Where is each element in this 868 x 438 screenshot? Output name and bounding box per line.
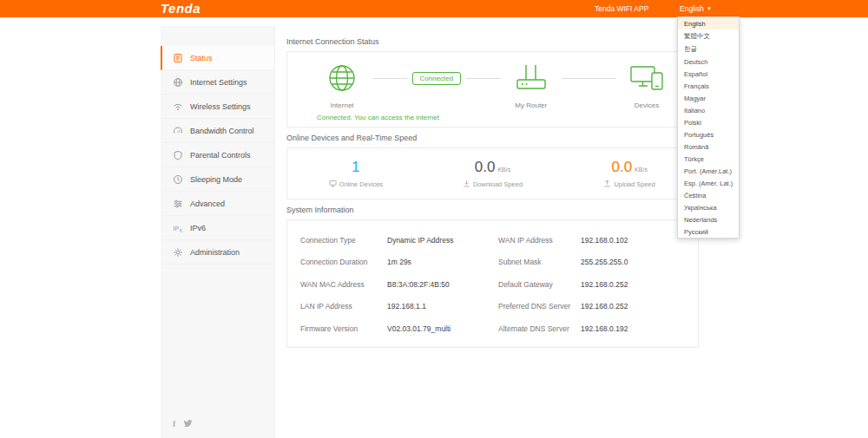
sidebar-item-sleeping-mode[interactable]: Sleeping Mode (161, 167, 274, 192)
info-label: Preferred DNS Server (498, 302, 581, 311)
language-option[interactable]: Magyar (678, 92, 739, 104)
app-container: Status Internet Settings Wireless Settin… (161, 17, 709, 438)
svg-text:6: 6 (180, 227, 182, 232)
download-speed-label-row: Download Speed (463, 180, 523, 189)
globe-icon (326, 62, 358, 97)
language-option[interactable]: English (678, 17, 739, 29)
connected-badge: Connected (412, 72, 462, 85)
sidebar-item-label: Administration (190, 248, 240, 257)
system-info-row: Connection Duration 1m 29s Subnet Mask 2… (300, 252, 685, 274)
connection-message: Connected. You can access the internet (317, 114, 672, 121)
online-devices-count: 1 (352, 159, 359, 176)
twitter-icon[interactable] (183, 415, 193, 431)
sidebar-item-label: Sleeping Mode (190, 175, 242, 184)
info-label: Connection Type (300, 236, 387, 245)
facebook-icon[interactable]: f (173, 419, 175, 428)
language-option[interactable]: 한글 (678, 42, 739, 56)
info-label: Subnet Mask (498, 258, 581, 266)
language-option[interactable]: 繁體中文 (678, 29, 739, 42)
tenda-wifi-app-link[interactable]: Tenda WIFI APP (595, 4, 648, 13)
language-option[interactable]: Русский (678, 226, 739, 238)
language-option[interactable]: Polski (678, 116, 739, 128)
sidebar-item-internet-settings[interactable]: Internet Settings (161, 70, 274, 95)
language-selector-label: English (680, 4, 704, 13)
sidebar-item-label: Advanced (190, 199, 225, 208)
speed-section-title: Online Devices and Real-Time Speed (286, 134, 699, 142)
sidebar: Status Internet Settings Wireless Settin… (161, 26, 275, 438)
language-option[interactable]: Українська (678, 201, 739, 213)
upload-icon (603, 180, 611, 189)
system-info-title: System Information (286, 206, 699, 214)
connector-line (372, 78, 407, 79)
info-label: Default Gateway (498, 280, 581, 289)
sidebar-item-administration[interactable]: Administration (161, 240, 274, 265)
devices-node: Devices (621, 62, 672, 109)
social-links: f (173, 415, 193, 431)
language-option[interactable]: Esp. (Amér. Lat.) (678, 177, 739, 189)
language-option[interactable]: Nederlands (678, 213, 739, 226)
system-info-row: Connection Type Dynamic IP Address WAN I… (300, 229, 685, 252)
wireless-settings-icon (173, 101, 183, 112)
sidebar-item-label: Bandwidth Control (190, 127, 254, 135)
info-label: Alternate DNS Server (498, 324, 581, 333)
ipv6-icon: IP6 (173, 223, 183, 233)
upload-speed-label-row: Upload Speed (603, 180, 655, 189)
connector-line (466, 78, 501, 79)
monitor-icon (329, 180, 337, 189)
sidebar-item-status[interactable]: Status (161, 46, 274, 70)
sidebar-item-wireless-settings[interactable]: Wireless Settings (161, 95, 274, 119)
upload-speed-value: 0.0KB/s (611, 159, 647, 176)
administration-icon (173, 247, 183, 258)
language-option[interactable]: Română (678, 141, 739, 153)
download-speed-value: 0.0KB/s (475, 159, 510, 176)
sleeping-mode-icon (173, 174, 183, 185)
download-speed-unit: KB/s (497, 167, 510, 173)
sidebar-item-bandwidth-control[interactable]: Bandwidth Control (161, 119, 274, 143)
svg-text:IP: IP (174, 225, 180, 231)
parental-controls-icon (173, 150, 183, 160)
sidebar-item-label: Parental Controls (190, 151, 251, 160)
bandwidth-control-icon (173, 126, 183, 136)
connector-line (562, 78, 616, 79)
sidebar-item-label: Internet Settings (190, 78, 247, 87)
speed-card: 1 Online Devices 0.0KB/s Download Speed (286, 147, 699, 199)
sidebar-item-label: Status (190, 54, 213, 62)
download-speed-stat: 0.0KB/s Download Speed (424, 159, 562, 189)
status-icon (173, 53, 183, 63)
sidebar-item-advanced[interactable]: Advanced (161, 192, 274, 216)
info-value: Dynamic IP Address (387, 236, 498, 245)
info-value: 192.168.0.102 (581, 236, 685, 245)
info-label: LAN IP Address (300, 302, 387, 311)
info-label: Connection Duration (300, 258, 387, 266)
info-label: Firmware Version (300, 324, 387, 333)
info-value: 192.168.1.1 (387, 302, 498, 311)
internet-label: Internet (330, 101, 353, 109)
language-option[interactable]: Français (678, 80, 739, 92)
chevron-down-icon: ▼ (707, 6, 712, 11)
internet-node: Internet (317, 62, 367, 109)
tenda-logo: Tenda (161, 1, 201, 16)
connection-status-title: Internet Connection Status (286, 37, 699, 46)
connection-status-card: Internet Connected My Router Devices (286, 51, 699, 127)
language-option[interactable]: Čeština (678, 189, 739, 201)
language-option[interactable]: Italiano (678, 104, 739, 116)
download-speed-label: Download Speed (473, 180, 523, 188)
online-devices-label-row[interactable]: Online Devices (329, 180, 383, 189)
info-value: 192.168.0.192 (581, 324, 685, 333)
info-value: V02.03.01.79_multi (387, 324, 498, 333)
sidebar-item-parental-controls[interactable]: Parental Controls (161, 143, 274, 167)
language-option[interactable]: Português (678, 128, 739, 141)
main-content: Internet Connection Status Internet Conn… (275, 26, 709, 438)
upload-speed-label: Upload Speed (614, 180, 655, 188)
sidebar-item-ipv6[interactable]: IP6 IPv6 (161, 216, 274, 240)
info-value: 255.255.255.0 (581, 258, 685, 266)
language-option[interactable]: Türkçe (678, 153, 739, 165)
language-option[interactable]: Port. (Amér.Lat.) (678, 165, 739, 177)
language-option[interactable]: Deutsch (678, 56, 739, 68)
info-value: 1m 29s (387, 258, 498, 266)
info-label: WAN MAC Address (300, 280, 387, 289)
language-selector[interactable]: English ▼ (680, 4, 712, 13)
system-info-card: Connection Type Dynamic IP Address WAN I… (286, 219, 699, 348)
language-option[interactable]: Español (678, 68, 739, 80)
online-devices-label: Online Devices (339, 180, 383, 188)
